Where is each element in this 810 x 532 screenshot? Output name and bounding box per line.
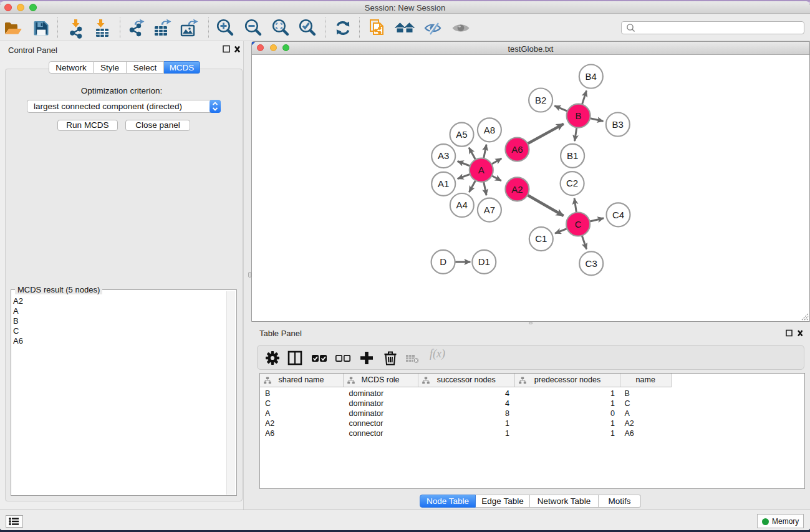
- svg-text:B3: B3: [612, 119, 624, 130]
- svg-text:C3: C3: [586, 258, 597, 269]
- svg-text:A1: A1: [438, 178, 449, 189]
- svg-text:A8: A8: [484, 125, 495, 135]
- svg-text:B4: B4: [586, 71, 597, 82]
- svg-text:A7: A7: [484, 205, 495, 215]
- svg-text:B1: B1: [567, 150, 578, 161]
- svg-text:A5: A5: [456, 129, 467, 140]
- svg-text:C1: C1: [535, 233, 547, 244]
- svg-text:A: A: [478, 165, 485, 175]
- svg-text:D: D: [440, 256, 446, 267]
- svg-text:C: C: [575, 219, 582, 230]
- svg-text:A4: A4: [456, 200, 468, 210]
- svg-text:C2: C2: [566, 178, 578, 188]
- svg-text:C4: C4: [612, 210, 624, 220]
- svg-text:B2: B2: [535, 95, 546, 105]
- svg-text:D1: D1: [478, 256, 490, 267]
- svg-text:A3: A3: [438, 150, 449, 161]
- svg-text:A6: A6: [511, 144, 523, 155]
- svg-text:B: B: [576, 110, 582, 121]
- svg-text:A2: A2: [511, 184, 523, 195]
